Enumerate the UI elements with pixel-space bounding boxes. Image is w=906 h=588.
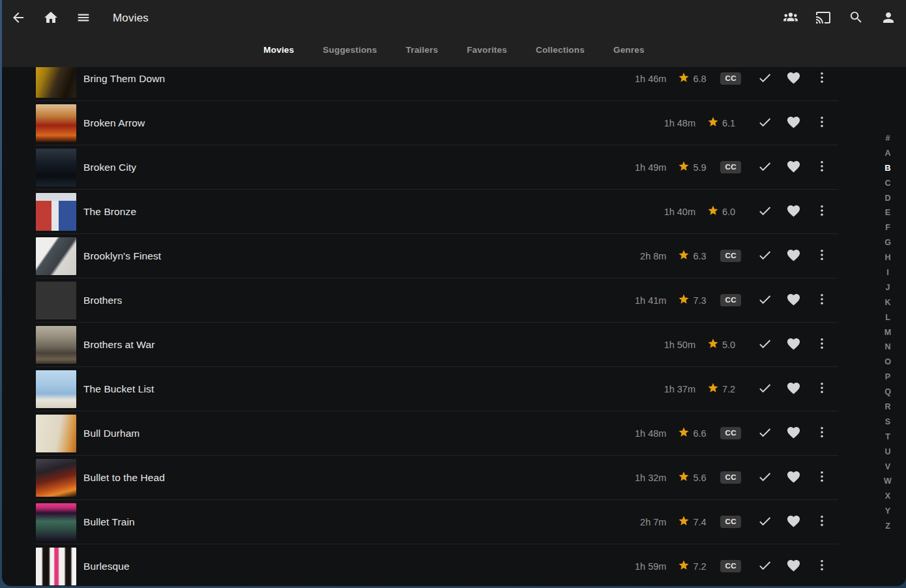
tab-genres[interactable]: Genres [612, 42, 646, 57]
alphabet-letter[interactable]: W [879, 474, 896, 489]
alphabet-letter[interactable]: R [879, 400, 896, 415]
mark-watched-button[interactable] [756, 115, 773, 132]
movie-poster-thumbnail[interactable] [36, 370, 76, 408]
movie-row[interactable]: Bullet to the Head 1h 32m 5.6 CC [36, 456, 838, 500]
favorite-button[interactable] [785, 248, 802, 265]
mark-watched-button[interactable] [756, 514, 773, 531]
more-options-button[interactable] [813, 248, 830, 265]
alphabet-letter[interactable]: Z [879, 519, 896, 534]
alphabet-letter[interactable]: K [879, 295, 896, 310]
favorite-button[interactable] [785, 159, 802, 176]
favorite-button[interactable] [785, 425, 802, 442]
account-button[interactable] [880, 10, 897, 27]
alphabet-letter[interactable]: P [879, 370, 896, 385]
alphabet-letter[interactable]: B [879, 161, 896, 176]
mark-watched-button[interactable] [756, 159, 773, 176]
cast-button[interactable] [815, 10, 832, 27]
movie-row[interactable]: Bull Durham 1h 48m 6.6 CC [36, 411, 838, 456]
alphabet-letter[interactable]: E [879, 205, 896, 220]
favorite-button[interactable] [785, 70, 802, 87]
home-button[interactable] [42, 10, 59, 27]
movie-poster-thumbnail[interactable] [36, 282, 76, 319]
search-button[interactable] [847, 10, 864, 27]
movie-poster-thumbnail[interactable] [36, 326, 76, 364]
more-options-button[interactable] [813, 469, 830, 486]
back-button[interactable] [10, 10, 27, 27]
movie-row[interactable]: Burlesque 1h 59m 7.2 CC [36, 544, 838, 586]
tab-favorites[interactable]: Favorites [465, 42, 508, 57]
more-options-button[interactable] [813, 514, 830, 531]
mark-watched-button[interactable] [756, 336, 773, 353]
alphabet-letter[interactable]: U [879, 445, 896, 460]
alphabet-letter[interactable]: M [879, 325, 896, 340]
movie-poster-thumbnail[interactable] [36, 459, 76, 497]
movie-poster-thumbnail[interactable] [36, 503, 76, 541]
alphabet-letter[interactable]: Q [879, 385, 896, 400]
favorite-button[interactable] [785, 514, 802, 531]
alphabet-letter[interactable]: H [879, 250, 896, 265]
movie-poster-thumbnail[interactable] [36, 193, 76, 231]
alphabet-letter[interactable]: S [879, 415, 896, 430]
mark-watched-button[interactable] [756, 469, 773, 486]
alphabet-letter[interactable]: X [879, 489, 896, 504]
favorite-button[interactable] [785, 381, 802, 398]
movie-row[interactable]: Brothers at War 1h 50m 5.0 [36, 323, 838, 367]
movie-poster-thumbnail[interactable] [36, 237, 76, 275]
alphabet-letter[interactable]: C [879, 176, 896, 191]
mark-watched-button[interactable] [756, 381, 773, 398]
alphabet-letter[interactable]: G [879, 235, 896, 250]
movie-row[interactable]: Bullet Train 2h 7m 7.4 CC [36, 500, 838, 544]
mark-watched-button[interactable] [756, 292, 773, 309]
mark-watched-button[interactable] [756, 248, 773, 265]
tab-suggestions[interactable]: Suggestions [321, 42, 378, 57]
alphabet-letter[interactable]: O [879, 355, 896, 370]
tab-movies[interactable]: Movies [262, 42, 295, 57]
movie-row[interactable]: Brothers 1h 41m 7.3 CC [36, 278, 838, 323]
mark-watched-button[interactable] [756, 203, 773, 220]
favorite-button[interactable] [785, 203, 802, 220]
favorite-button[interactable] [785, 469, 802, 486]
alphabet-letter[interactable]: I [879, 265, 896, 280]
more-options-button[interactable] [813, 558, 830, 575]
movie-row[interactable]: Brooklyn's Finest 2h 8m 6.3 CC [36, 234, 838, 278]
movie-row[interactable]: Bring Them Down 1h 46m 6.8 CC [36, 67, 838, 101]
alphabet-letter[interactable]: A [879, 146, 896, 161]
favorite-button[interactable] [785, 115, 802, 132]
movie-row[interactable]: Broken City 1h 49m 5.9 CC [36, 145, 838, 190]
favorite-button[interactable] [785, 336, 802, 353]
movie-poster-thumbnail[interactable] [36, 104, 76, 142]
movie-row[interactable]: The Bronze 1h 40m 6.0 [36, 190, 838, 234]
movie-poster-thumbnail[interactable] [36, 548, 76, 585]
alphabet-letter[interactable]: N [879, 340, 896, 355]
tab-collections[interactable]: Collections [534, 42, 586, 57]
more-options-button[interactable] [813, 292, 830, 309]
more-options-button[interactable] [813, 203, 830, 220]
movie-poster-thumbnail[interactable] [36, 67, 76, 98]
more-options-button[interactable] [813, 70, 830, 87]
alphabet-letter[interactable]: # [879, 131, 896, 146]
alphabet-letter[interactable]: Y [879, 504, 896, 519]
movie-row[interactable]: The Bucket List 1h 37m 7.2 [36, 367, 838, 411]
alphabet-letter[interactable]: F [879, 220, 896, 235]
menu-button[interactable] [75, 10, 92, 27]
more-options-button[interactable] [813, 425, 830, 442]
alphabet-letter[interactable]: V [879, 460, 896, 475]
users-button[interactable] [782, 10, 799, 27]
alphabet-scrubber[interactable]: #ABCDEFGHIJKLMNOPQRSTUVWXYZ [879, 131, 896, 534]
favorite-button[interactable] [785, 558, 802, 575]
more-options-button[interactable] [813, 115, 830, 132]
alphabet-letter[interactable]: D [879, 191, 896, 206]
more-options-button[interactable] [813, 381, 830, 398]
movie-poster-thumbnail[interactable] [36, 149, 76, 186]
alphabet-letter[interactable]: T [879, 430, 896, 445]
mark-watched-button[interactable] [756, 70, 773, 87]
alphabet-letter[interactable]: J [879, 280, 896, 295]
favorite-button[interactable] [785, 292, 802, 309]
mark-watched-button[interactable] [756, 425, 773, 442]
tab-trailers[interactable]: Trailers [405, 42, 440, 57]
alphabet-letter[interactable]: L [879, 310, 896, 325]
mark-watched-button[interactable] [756, 558, 773, 575]
movie-poster-thumbnail[interactable] [36, 415, 76, 452]
movie-row[interactable]: Broken Arrow 1h 48m 6.1 [36, 101, 838, 145]
more-options-button[interactable] [813, 336, 830, 353]
